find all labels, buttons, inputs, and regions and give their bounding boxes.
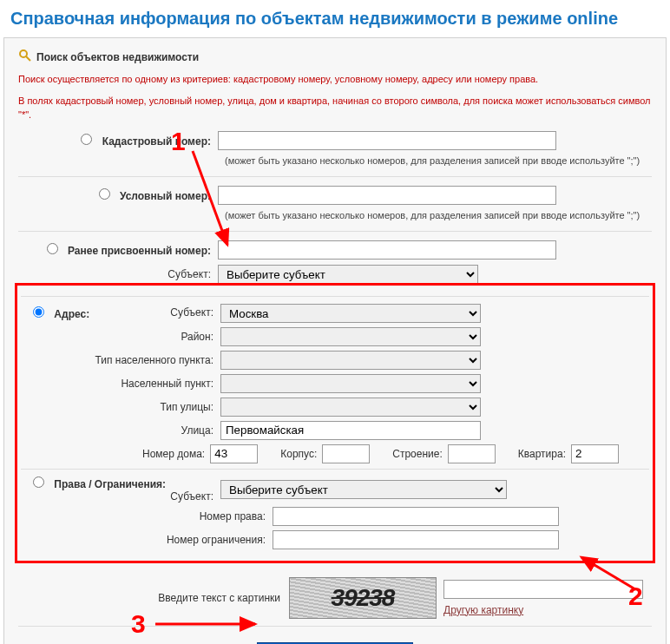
radio-address[interactable]	[33, 306, 44, 318]
input-conditional[interactable]	[218, 186, 556, 205]
input-previous[interactable]	[218, 240, 556, 260]
note-conditional: (может быть указано несколько номеров, д…	[225, 210, 652, 220]
label-korpus: Корпус:	[280, 448, 317, 460]
radio-previous[interactable]	[47, 243, 58, 254]
label-house: Номер дома:	[142, 448, 205, 460]
input-house[interactable]	[210, 444, 258, 463]
highlight-frame: Адрес: Субъект: Москва Район: Тип населе…	[15, 283, 655, 563]
input-kvartira[interactable]	[571, 444, 619, 463]
input-korpus[interactable]	[322, 444, 370, 463]
label-conditional: Условный номер:	[120, 190, 211, 202]
label-np: Населенный пункт:	[21, 378, 220, 390]
radio-cadastral[interactable]	[81, 134, 92, 145]
fieldset-legend: Поиск объектов недвижимости	[18, 49, 652, 65]
label-prev-subject: Субъект:	[18, 268, 218, 280]
fieldset-label: Поиск объектов недвижимости	[36, 51, 199, 63]
input-right-number[interactable]	[273, 507, 559, 526]
captcha-image: 39238	[289, 577, 437, 619]
select-prev-subject[interactable]: Выберите субъект	[218, 265, 478, 284]
label-street: Улица:	[21, 424, 220, 437]
select-type-street[interactable]	[220, 398, 481, 417]
label-right-number: Номер права:	[21, 510, 273, 522]
input-cadastral[interactable]	[218, 131, 556, 150]
label-rights: Права / Ограничения:	[54, 478, 166, 490]
label-captcha: Введите текст с картинки	[18, 592, 289, 604]
divider	[18, 176, 652, 177]
select-rights-subject[interactable]: Выберите субъект	[220, 480, 507, 499]
search-icon	[18, 49, 32, 65]
svg-point-0	[20, 50, 27, 57]
hint-line-1: Поиск осуществляется по одному из критер…	[18, 72, 652, 87]
label-addr-subject: Субъект:	[170, 306, 213, 319]
label-kvartira: Квартира:	[518, 448, 566, 460]
radio-rights[interactable]	[33, 476, 44, 488]
page-title: Справочная информация по объектам недвиж…	[3, 3, 667, 37]
label-type-np: Тип населенного пункта:	[21, 354, 220, 366]
divider	[21, 469, 649, 470]
hint-line-2: В полях кадастровый номер, условный номе…	[18, 94, 652, 122]
radio-conditional[interactable]	[99, 188, 110, 200]
select-np[interactable]	[220, 374, 481, 393]
divider	[18, 231, 652, 232]
note-cadastral: (может быть указано несколько номеров, д…	[225, 155, 652, 166]
label-address: Адрес:	[54, 308, 89, 320]
input-street[interactable]	[220, 421, 481, 440]
label-rights-subject: Субъект:	[170, 490, 213, 503]
select-type-np[interactable]	[220, 351, 481, 370]
input-captcha[interactable]	[443, 580, 643, 599]
search-form: Поиск объектов недвижимости Поиск осущес…	[3, 37, 667, 644]
select-raion[interactable]	[220, 327, 481, 346]
label-raion: Район:	[21, 331, 220, 343]
divider	[21, 296, 649, 297]
label-limitation-number: Номер ограничения:	[21, 534, 273, 546]
svg-line-1	[26, 56, 30, 61]
input-stroenie[interactable]	[448, 444, 496, 463]
link-refresh-captcha[interactable]: Другую картинку	[443, 604, 643, 616]
label-stroenie: Строение:	[392, 448, 443, 460]
select-addr-subject[interactable]: Москва	[220, 304, 481, 323]
label-type-street: Тип улицы:	[21, 401, 220, 413]
input-limitation-number[interactable]	[273, 530, 559, 549]
label-previous: Ранее присвоенный номер:	[68, 245, 211, 257]
divider	[18, 626, 652, 627]
label-cadastral: Кадастровый номер:	[102, 135, 211, 148]
